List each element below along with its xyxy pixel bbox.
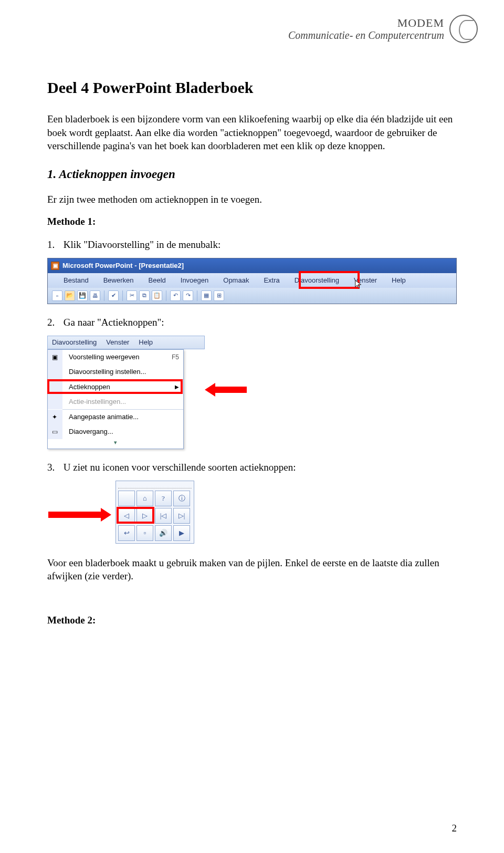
menu-bestand[interactable]: Bestand: [61, 274, 91, 286]
palette-btn-help[interactable]: ?: [155, 491, 172, 506]
menu-item-voorstelling[interactable]: ▣ Voorstelling weergeven F5: [48, 350, 183, 365]
toolbar-table-icon[interactable]: ▦: [201, 290, 212, 301]
red-arrow-icon: [205, 383, 247, 397]
app-titlebar: ▣ Microsoft PowerPoint - [Presentatie2]: [48, 258, 456, 273]
red-highlight-menubar: [299, 271, 360, 289]
toolbar: ▫ 📂 💾 🖶 ✔ ✂ ⧉ 📋 ↶ ↷ ▦ ⊞: [48, 288, 456, 304]
toolbar-cut-icon[interactable]: ✂: [127, 290, 137, 301]
menu-help[interactable]: Help: [390, 274, 408, 286]
section-heading-1: 1. Actieknoppen invoegen: [47, 168, 457, 181]
app-title: Microsoft PowerPoint - [Presentatie2]: [62, 262, 184, 269]
section-intro: Er zijn twee methoden om actieknoppen in…: [47, 193, 457, 206]
toolbar-copy-icon[interactable]: ⧉: [139, 290, 150, 301]
toolbar-chart-icon[interactable]: ⊞: [214, 290, 224, 301]
closing-note: Voor een bladerboek maakt u gebruik make…: [47, 556, 457, 583]
page-header: MODEM Communicatie- en Computercentrum: [288, 15, 478, 43]
play-icon: ▣: [50, 352, 59, 362]
palette-btn-movie[interactable]: ▶: [173, 525, 190, 541]
red-highlight-dropdown: [47, 379, 183, 394]
red-arrow-right-icon: [48, 508, 111, 522]
menu-beeld[interactable]: Beeld: [146, 274, 168, 286]
method-1-label: Methode 1:: [47, 216, 457, 227]
step-2: 2. Ga naar "Actieknoppen":: [47, 317, 457, 328]
menu-invoegen[interactable]: Invoegen: [178, 274, 211, 286]
step-1-text: Klik "Diavoorstelling" in de menubalk:: [64, 239, 220, 250]
menu-item-animatie[interactable]: ✦ Aangepaste animatie...: [48, 410, 183, 424]
toolbar-open-icon[interactable]: 📂: [65, 290, 75, 301]
step-3-text: U ziet nu iconen voor verschillende soor…: [64, 462, 296, 473]
palette-btn-first[interactable]: |◁: [155, 508, 172, 524]
dd-top-diavoorstelling[interactable]: Diavoorstelling: [52, 338, 97, 346]
figure-dropdown: Diavoorstelling Venster Help ▣ Voorstell…: [47, 336, 457, 449]
palette-btn-blank[interactable]: [118, 491, 135, 506]
cursor-icon: [354, 279, 364, 289]
palette-btn-info[interactable]: ⓘ: [173, 491, 190, 506]
step-1: 1. Klik "Diavoorstelling" in de menubalk…: [47, 239, 457, 251]
intro-paragraph: Een bladerboek is een bijzondere vorm va…: [47, 112, 457, 153]
menu-opmaak[interactable]: Opmaak: [221, 274, 251, 286]
figure-menubar: ▣ Microsoft PowerPoint - [Presentatie2] …: [47, 258, 457, 304]
step-2-number: 2.: [47, 317, 61, 328]
step-1-number: 1.: [47, 239, 61, 251]
toolbar-new-icon[interactable]: ▫: [52, 290, 62, 301]
palette-btn-home[interactable]: ⌂: [136, 491, 153, 506]
menu-item-instellen[interactable]: Diavoorstelling instellen...: [48, 365, 183, 379]
star-icon: ✦: [50, 412, 59, 422]
transition-icon: ▭: [50, 427, 59, 436]
toolbar-undo-icon[interactable]: ↶: [170, 290, 181, 301]
figure-palette: ⌂ ? ⓘ ◁ ▷ |◁ ▷| ↩ ▫ 🔊 ▶: [47, 481, 457, 544]
toolbar-print-icon[interactable]: 🖶: [90, 290, 100, 301]
palette-btn-document[interactable]: ▫: [136, 525, 153, 541]
toolbar-redo-icon[interactable]: ↷: [183, 290, 193, 301]
palette-btn-return[interactable]: ↩: [118, 525, 135, 541]
menu-bewerken[interactable]: Bewerken: [101, 274, 136, 286]
powerpoint-icon: ▣: [51, 262, 59, 270]
menu-extra[interactable]: Extra: [261, 274, 281, 286]
step-2-text: Ga naar "Actieknoppen":: [64, 317, 164, 328]
step-3-number: 3.: [47, 462, 61, 473]
header-line2: Communicatie- en Computercentrum: [288, 29, 444, 41]
step-3: 3. U ziet nu iconen voor verschillende s…: [47, 462, 457, 473]
menu-bar: Bestand Bewerken Beeld Invoegen Opmaak E…: [48, 273, 456, 288]
page-number: 2: [452, 823, 457, 834]
dd-top-help[interactable]: Help: [139, 338, 153, 346]
red-highlight-palette: [117, 507, 154, 524]
logo-icon: [449, 15, 478, 43]
header-line1: MODEM: [288, 17, 444, 29]
menu-item-diaovergang[interactable]: ▭ Diaovergang...: [48, 424, 183, 439]
palette-gripper[interactable]: [118, 483, 192, 488]
toolbar-spell-icon[interactable]: ✔: [108, 290, 119, 301]
dd-top-venster[interactable]: Venster: [106, 338, 129, 346]
menu-item-actie-instellingen: Actie-instellingen...: [48, 394, 183, 409]
toolbar-save-icon[interactable]: 💾: [77, 290, 88, 301]
method-2-label: Methode 2:: [47, 615, 457, 626]
dropdown-panel: ▣ Voorstelling weergeven F5 Diavoorstell…: [47, 349, 184, 449]
palette-btn-sound[interactable]: 🔊: [155, 525, 172, 541]
page-title: Deel 4 PowerPoint Bladerboek: [47, 79, 457, 97]
toolbar-paste-icon[interactable]: 📋: [152, 290, 162, 301]
expand-chevron-icon[interactable]: ▾: [48, 439, 183, 449]
palette-btn-last[interactable]: ▷|: [173, 508, 190, 524]
